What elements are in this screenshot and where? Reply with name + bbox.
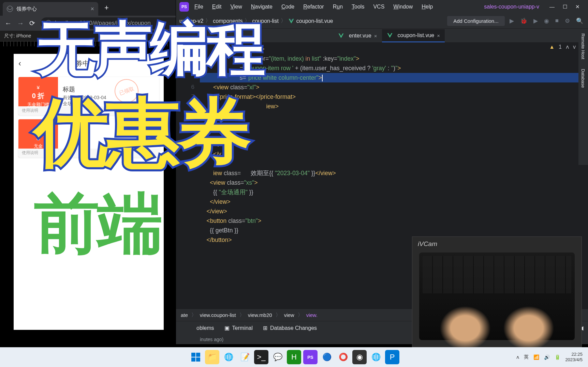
webcam-label: iVCam xyxy=(412,237,582,251)
close-icon[interactable]: × xyxy=(374,33,377,39)
maximize-button[interactable]: ☐ xyxy=(563,4,567,10)
menu-tools[interactable]: Tools xyxy=(348,2,368,11)
run-button[interactable]: ▶ xyxy=(510,17,514,25)
database-panel[interactable]: Database xyxy=(578,64,588,93)
line-gutter: 6 7 xyxy=(176,42,200,309)
ime-indicator[interactable]: 英 xyxy=(524,354,529,360)
menu-vcs[interactable]: VCS xyxy=(370,2,388,11)
terminal-panel[interactable]: ▣ Terminal xyxy=(224,325,253,331)
preview-panel: ‹ 券中心 ¥ 0 折 无金额门槛 标题 有效期至2023-03-04 全场通用… xyxy=(0,42,176,344)
search-button[interactable]: 🔍 xyxy=(576,17,583,25)
remote-host-panel[interactable]: Remote Host xyxy=(578,29,588,64)
stop-button[interactable]: ■ xyxy=(555,17,559,25)
chrome-icon[interactable]: 🌐 xyxy=(369,350,383,364)
tray-chevron-icon[interactable]: ʌ xyxy=(516,354,519,360)
app-icon[interactable]: 🔵 xyxy=(320,350,334,364)
menu-file[interactable]: File xyxy=(191,2,207,11)
editor-tab[interactable]: enter.vue × xyxy=(333,29,382,42)
forward-button[interactable]: → xyxy=(17,19,24,27)
new-tab-button[interactable]: + xyxy=(104,3,109,12)
vue-icon xyxy=(338,33,344,39)
minimize-button[interactable]: — xyxy=(549,4,555,10)
wifi-icon[interactable]: 📶 xyxy=(533,354,539,360)
terminal-icon[interactable]: >_ xyxy=(254,350,268,364)
usage-link[interactable]: 使用说明 xyxy=(18,106,159,115)
run-config-dropdown[interactable]: Add Configuration... xyxy=(447,16,505,26)
battery-icon[interactable]: 🔋 xyxy=(555,354,560,360)
app-icon[interactable]: 📝 xyxy=(238,350,252,364)
reload-button[interactable]: ⟳ xyxy=(29,19,35,27)
warning-count: 1 xyxy=(559,44,562,50)
debug-button[interactable]: 🐞 xyxy=(520,17,527,25)
menu-refactor[interactable]: Refactor xyxy=(300,2,327,11)
phpstorm-icon[interactable]: PS xyxy=(179,2,189,12)
project-name: sales-coupon-uniapp-v xyxy=(484,4,543,10)
menu-view[interactable]: View xyxy=(227,2,245,11)
build-button[interactable]: ⚙ xyxy=(565,17,570,25)
clock[interactable]: 22:25 2023/4/5 xyxy=(565,352,583,362)
info-icon[interactable]: i xyxy=(45,20,52,26)
database-changes-panel[interactable]: ⊞ Database Changes xyxy=(263,325,317,331)
usage-link[interactable]: 使用说明 xyxy=(18,149,159,157)
vue-icon xyxy=(387,32,393,39)
start-button[interactable] xyxy=(189,350,203,364)
hbuilder-icon[interactable]: H xyxy=(287,350,301,364)
editor-tab[interactable]: coupon-list.vue × xyxy=(382,29,445,42)
menu-code[interactable]: Code xyxy=(278,2,298,11)
back-button[interactable]: ← xyxy=(5,19,12,27)
url-host: localhost xyxy=(55,20,78,27)
phone-frame: ‹ 券中心 ¥ 0 折 无金额门槛 标题 有效期至2023-03-04 全场通用… xyxy=(14,54,164,330)
explorer-icon[interactable]: 📁 xyxy=(205,350,219,364)
next-highlight-button[interactable]: v xyxy=(573,44,576,50)
phpstorm-icon[interactable]: PS xyxy=(303,350,318,364)
coverage-button[interactable]: ▶ xyxy=(533,17,538,25)
breadcrumb[interactable]: uniapp-v2〉 components〉 coupon-list〉 coup… xyxy=(176,17,333,25)
close-icon[interactable]: × xyxy=(90,5,94,13)
vue-icon xyxy=(288,18,294,24)
coupon-item[interactable]: ¥ 0 无金 使用说明 xyxy=(18,119,159,157)
volume-icon[interactable]: 🔊 xyxy=(544,354,550,360)
warning-icon[interactable]: ▲ xyxy=(549,44,555,50)
tab-title: 领券中心 xyxy=(16,6,37,12)
browser-tab[interactable]: 领券中心 × xyxy=(3,2,98,16)
menu-window[interactable]: Window xyxy=(390,2,416,11)
menu-navigate[interactable]: Navigate xyxy=(248,2,276,11)
wechat-icon[interactable]: 💬 xyxy=(270,350,285,364)
phone-page-title: 券中心 xyxy=(21,59,151,68)
profile-button[interactable]: ◉ xyxy=(544,17,549,25)
prev-highlight-button[interactable]: ʌ xyxy=(566,44,569,50)
obs-icon[interactable]: ◉ xyxy=(352,350,367,364)
menu-edit[interactable]: Edit xyxy=(209,2,225,11)
menu-help[interactable]: Help xyxy=(418,2,436,11)
chrome-icon[interactable]: 🌐 xyxy=(221,350,236,364)
app-icon[interactable]: P xyxy=(385,350,399,364)
close-button[interactable]: ✕ xyxy=(575,4,580,10)
coupon-item[interactable]: ¥ 0 折 无金额门槛 标题 有效期至2023-03-04 全场通用 已领取 使… xyxy=(18,77,159,115)
ruler xyxy=(3,42,172,46)
globe-icon xyxy=(7,6,13,12)
menu-run[interactable]: Run xyxy=(329,2,346,11)
phone-back-button[interactable]: ‹ xyxy=(18,59,21,68)
problems-panel[interactable]: oblems xyxy=(196,325,214,331)
windows-taskbar[interactable]: 📁 🌐 📝 >_ 💬 H PS 🔵 ⭕ ◉ 🌐 P ʌ 英 📶 🔊 🔋 22:2… xyxy=(0,347,588,367)
close-icon[interactable]: × xyxy=(437,33,440,39)
app-icon[interactable]: ⭕ xyxy=(336,350,350,364)
webcam-overlay: iVCam xyxy=(412,236,582,347)
